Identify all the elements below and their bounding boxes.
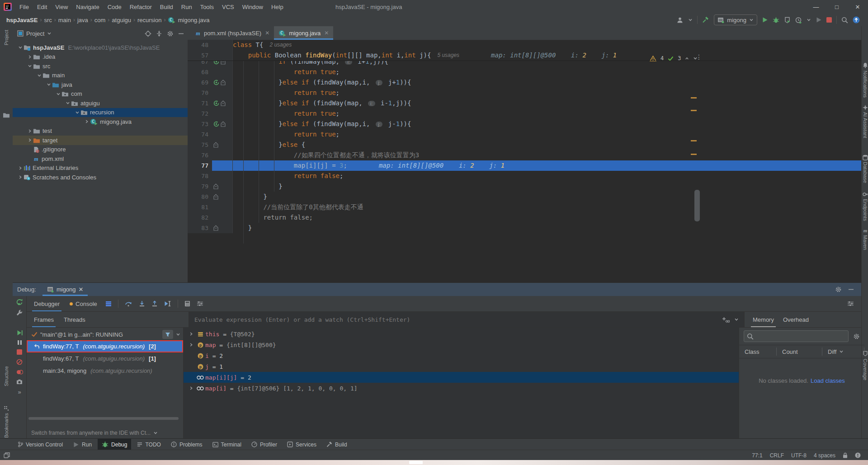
fold-region-icon[interactable] bbox=[213, 183, 218, 189]
tab-debugger[interactable]: Debugger bbox=[32, 296, 61, 311]
restore-layout-icon[interactable] bbox=[847, 301, 854, 306]
toolwindow-button-build[interactable]: Build bbox=[322, 439, 351, 450]
line-number[interactable]: 67 bbox=[188, 61, 212, 67]
chevron-down-icon[interactable] bbox=[47, 31, 52, 36]
thread-dump-icon[interactable] bbox=[16, 379, 23, 385]
collapse-all-icon[interactable] bbox=[156, 30, 162, 37]
debug-icon[interactable] bbox=[773, 17, 779, 23]
status-77-1[interactable]: 77:1 bbox=[752, 452, 762, 459]
menu-file[interactable]: File bbox=[15, 0, 33, 14]
tree-item-main[interactable]: main bbox=[13, 71, 188, 80]
tree-item-migong.java[interactable]: Cmigong.java bbox=[13, 117, 188, 127]
hide-frames-filter-button[interactable] bbox=[162, 330, 173, 339]
code-area[interactable]: 48class T{2 usages57public Boolean findW… bbox=[188, 40, 861, 282]
line-number[interactable]: 78 bbox=[188, 171, 212, 181]
hide-panel-icon[interactable] bbox=[848, 286, 854, 293]
tree-item-atguigu[interactable]: atguigu bbox=[13, 99, 188, 108]
project-panel-title[interactable]: Project bbox=[26, 30, 44, 37]
frame-row-3[interactable]: main:34, migong(com.atguigu.recursion) bbox=[27, 365, 183, 377]
chevron-down-icon[interactable] bbox=[749, 18, 754, 22]
memory-column-diff[interactable]: Diff bbox=[822, 348, 864, 356]
variable-row-map[i][interactable]: map[i] = {int[7]@506} [1, 2, 1, 0, 0, 0,… bbox=[184, 383, 739, 394]
editor-scrollbar[interactable] bbox=[694, 190, 700, 221]
memory-settings-icon[interactable] bbox=[853, 333, 860, 340]
line-number[interactable]: 68 bbox=[188, 67, 212, 77]
settings-wrench-icon[interactable] bbox=[16, 310, 23, 316]
fold-region-icon[interactable] bbox=[213, 142, 218, 148]
resume-icon[interactable] bbox=[17, 330, 23, 336]
dismiss-hint-icon[interactable] bbox=[153, 431, 158, 435]
menu-run[interactable]: Run bbox=[177, 0, 196, 14]
variable-row-this[interactable]: this = {T@502} bbox=[184, 329, 739, 339]
line-number[interactable]: 77 bbox=[188, 160, 212, 171]
pause-icon[interactable] bbox=[17, 340, 22, 345]
tree-item-com[interactable]: com bbox=[13, 89, 188, 99]
editor-tab-pom.xml[interactable]: mpom.xml (hspJavaSE)✕ bbox=[190, 26, 274, 40]
menu-edit[interactable]: Edit bbox=[33, 0, 51, 14]
run-icon[interactable] bbox=[762, 17, 768, 23]
tree-item-ScratchesandConsoles[interactable]: Scratches and Consoles bbox=[13, 173, 188, 182]
stripe-database[interactable]: Database bbox=[862, 162, 868, 183]
close-session-icon[interactable]: ✕ bbox=[79, 286, 84, 293]
tab-threads[interactable]: Threads bbox=[62, 312, 87, 327]
breadcrumb-item-atguigu[interactable]: atguigu bbox=[112, 17, 131, 23]
frame-row-1[interactable]: findWay:77, T(com.atguigu.recursion)[2] bbox=[27, 340, 183, 352]
chevron-down-icon[interactable] bbox=[17, 45, 24, 50]
memory-column-count[interactable]: Count bbox=[777, 348, 822, 356]
memory-search-input[interactable] bbox=[744, 330, 849, 342]
search-icon[interactable] bbox=[841, 17, 848, 23]
evaluate-expression-bar[interactable]: Evaluate expression (Enter) or add a wat… bbox=[189, 312, 745, 327]
profiler-icon[interactable] bbox=[795, 17, 802, 23]
tree-item-.idea[interactable]: .idea bbox=[13, 52, 188, 62]
toolwindow-button-version-control[interactable]: Version Control bbox=[14, 439, 67, 450]
close-tab-icon[interactable]: ✕ bbox=[324, 30, 329, 36]
fold-region-icon[interactable] bbox=[213, 194, 218, 200]
chevron-right-icon[interactable] bbox=[187, 332, 195, 336]
line-number[interactable]: 76 bbox=[188, 150, 212, 160]
rerun-gray-icon[interactable] bbox=[816, 17, 822, 23]
breadcrumb-item-hspJavaSE[interactable]: hspJavaSE bbox=[6, 17, 38, 23]
settings-gear-icon[interactable] bbox=[835, 286, 842, 293]
line-number[interactable]: 72 bbox=[188, 108, 212, 119]
stripe-project[interactable]: Project bbox=[0, 30, 13, 45]
line-number[interactable]: 71 bbox=[188, 98, 212, 108]
chevron-down-icon[interactable] bbox=[27, 64, 33, 68]
view-breakpoints-icon[interactable] bbox=[16, 359, 23, 365]
menu-vcs[interactable]: VCS bbox=[218, 0, 238, 14]
line-number[interactable]: 57 bbox=[188, 50, 212, 61]
toolwindow-button-services[interactable]: Services bbox=[283, 439, 321, 450]
step-into-icon[interactable] bbox=[139, 301, 145, 307]
chevron-down-icon[interactable] bbox=[36, 73, 42, 78]
close-tab-icon[interactable]: ✕ bbox=[265, 30, 269, 36]
toolwindow-button-todo[interactable]: TODO bbox=[133, 439, 165, 450]
breadcrumb-item-recursion[interactable]: recursion bbox=[137, 17, 161, 23]
usages-hint[interactable]: 5 usages bbox=[437, 50, 459, 61]
menu-build[interactable]: Build bbox=[156, 0, 177, 14]
run-config-selector[interactable]: migong bbox=[714, 14, 757, 25]
usages-hint[interactable]: 2 usages bbox=[269, 40, 292, 50]
step-over-icon[interactable] bbox=[125, 301, 132, 307]
fold-region-icon[interactable] bbox=[221, 100, 226, 106]
menu-navigate[interactable]: Navigate bbox=[72, 0, 103, 14]
stop-icon[interactable] bbox=[826, 17, 832, 23]
tree-item-java[interactable]: java bbox=[13, 80, 188, 89]
layout-icon[interactable] bbox=[105, 301, 112, 306]
chevron-down-icon[interactable] bbox=[74, 110, 80, 115]
toolwindow-button-run[interactable]: Run bbox=[69, 439, 96, 450]
minimize-button[interactable]: ― bbox=[806, 0, 826, 14]
line-number[interactable]: 73 bbox=[188, 119, 212, 129]
stripe-notifications[interactable]: Notifications bbox=[862, 70, 868, 98]
mute-breakpoints-icon[interactable] bbox=[16, 369, 23, 375]
thread-selector[interactable]: "main"@1 in g...ain": RUNNING bbox=[27, 329, 183, 340]
chevron-right-icon[interactable] bbox=[17, 166, 24, 170]
status-CRLF[interactable]: CRLF bbox=[770, 452, 784, 459]
breadcrumb-item-com[interactable]: com bbox=[94, 17, 106, 23]
variable-row-map[interactable]: pmap = {int[8][]@500} bbox=[184, 339, 739, 350]
menu-refactor[interactable]: Refactor bbox=[126, 0, 156, 14]
tree-item-recursion[interactable]: recursion bbox=[13, 108, 188, 117]
line-number[interactable]: 70 bbox=[188, 88, 212, 98]
chevron-down-icon[interactable] bbox=[55, 92, 61, 96]
toolwindow-button-terminal[interactable]: Terminal bbox=[208, 439, 245, 450]
tab-memory[interactable]: Memory bbox=[749, 312, 778, 327]
user-icon[interactable] bbox=[677, 17, 684, 23]
